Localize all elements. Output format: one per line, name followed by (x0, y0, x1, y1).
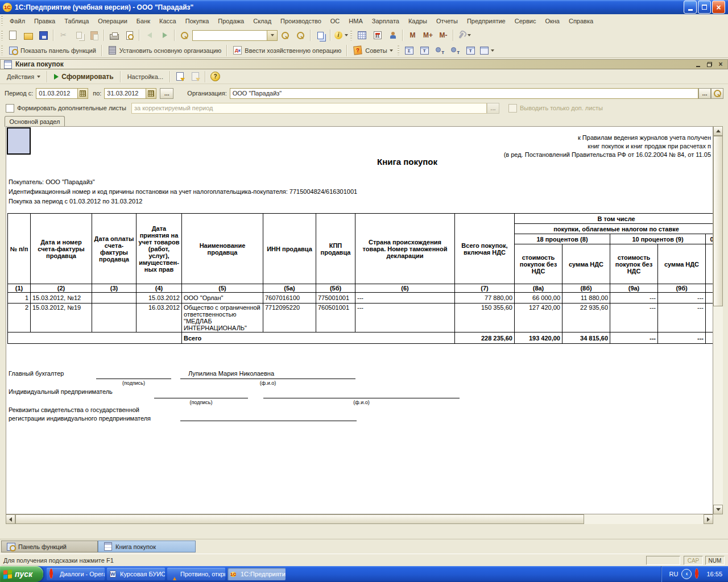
language-bar-chevron-icon[interactable]: ‹ (681, 569, 692, 579)
vertical-scroll-thumb[interactable] (713, 136, 723, 306)
calendar-button[interactable]: 31 (370, 29, 385, 42)
menubar-grip[interactable] (1, 16, 3, 26)
memory-minus-button[interactable]: M- (436, 29, 451, 42)
back-button[interactable] (142, 29, 157, 42)
load-settings-button[interactable] (172, 70, 188, 83)
horizontal-scrollbar[interactable] (6, 514, 713, 524)
scroll-down-button[interactable] (713, 505, 723, 514)
set-main-org-button[interactable]: Установить основную организацию (104, 44, 225, 57)
window-tab-purchase-book[interactable]: Книга покупок (98, 541, 196, 552)
cut-button[interactable]: ✂ (56, 29, 71, 42)
memory-button[interactable]: M (405, 29, 420, 42)
organization-open-button[interactable] (711, 88, 723, 99)
search-dropdown-button[interactable] (267, 31, 277, 40)
menu-table[interactable]: Таблица (60, 15, 93, 27)
period-from-calendar-button[interactable] (77, 89, 88, 98)
menu-windows[interactable]: Окна (540, 15, 564, 27)
menu-service[interactable]: Сервис (510, 15, 541, 27)
scroll-up-button[interactable] (713, 126, 723, 136)
menu-salary[interactable]: Зарплата (367, 15, 404, 27)
corr-period-choose-button[interactable]: ... (487, 103, 499, 114)
window-tab-function-panel[interactable]: Панель функций (1, 541, 98, 552)
menu-help[interactable]: Справка (564, 15, 598, 27)
menu-nma[interactable]: НМА (344, 15, 367, 27)
find-prev-button[interactable] (293, 29, 308, 42)
menu-bank[interactable]: Банк (132, 15, 155, 27)
move-columns-button[interactable] (478, 44, 495, 57)
table-row[interactable]: 1 15.03.2012, №12 15.03.2012 ООО "Орлан"… (8, 293, 714, 304)
corr-period-field[interactable]: за корректируемый период (131, 103, 487, 114)
period-to-field[interactable]: 31.03.2012 (104, 88, 156, 99)
find-next-button[interactable] (278, 29, 293, 42)
new-document-button[interactable] (5, 29, 20, 42)
calculator-button[interactable] (354, 29, 370, 42)
search-input[interactable] (192, 30, 278, 41)
table-sum-button[interactable]: Σ (402, 44, 417, 57)
mdi-minimize-button[interactable] (693, 60, 702, 68)
doc-format-button[interactable]: T (463, 44, 478, 57)
print-preview-button[interactable] (122, 29, 137, 42)
copy-button[interactable] (71, 29, 86, 42)
toolbar-grip[interactable] (398, 45, 399, 55)
print-button[interactable] (106, 29, 122, 42)
organization-field[interactable]: ООО "Парадайз" (230, 88, 698, 99)
paste-button[interactable] (86, 29, 102, 42)
only-extra-checkbox[interactable] (508, 104, 517, 113)
opera-tray-icon[interactable] (695, 570, 703, 578)
show-function-panel-button[interactable]: Показать панель функций (5, 44, 100, 57)
save-button[interactable] (36, 29, 51, 42)
menu-warehouse[interactable]: Склад (249, 15, 276, 27)
tab-main-section[interactable]: Основной раздел (5, 116, 65, 127)
users-button[interactable] (385, 29, 400, 42)
extra-sheets-checkbox[interactable] (6, 104, 14, 113)
settings-button[interactable]: Настройка... (123, 70, 168, 83)
taskbar-item-opera[interactable]: Диалоги - Opera (47, 568, 105, 580)
menu-operations[interactable]: Операции (93, 15, 131, 27)
toolbar-grip[interactable] (1, 45, 3, 55)
person-list-button[interactable] (448, 44, 463, 57)
person-format-button[interactable] (432, 44, 448, 57)
table-row[interactable]: 2 15.03.2012, №19 16.03.2012 Общество с … (8, 304, 714, 332)
menu-sale[interactable]: Продажа (213, 15, 249, 27)
service-info-button[interactable]: i (333, 29, 349, 42)
menu-os[interactable]: ОС (326, 15, 345, 27)
tools-button[interactable] (456, 29, 472, 42)
mdi-restore-button[interactable] (705, 60, 714, 68)
generate-button[interactable]: Сформировать (49, 70, 118, 83)
horizontal-scroll-thumb[interactable] (15, 514, 584, 524)
menu-purchase[interactable]: Покупка (181, 15, 214, 27)
menu-edit[interactable]: Правка (30, 15, 60, 27)
windows-list-button[interactable] (313, 29, 328, 42)
taskbar-item-word[interactable]: W Курсовая БУИС -Луп... (107, 568, 165, 580)
taskbar-item-vlc[interactable]: Протвино, открыты... (167, 568, 225, 580)
menu-enterprise[interactable]: Предприятие (462, 15, 510, 27)
open-button[interactable] (20, 29, 36, 42)
toolbar-grip[interactable] (1, 31, 3, 40)
tips-button[interactable]: ? Советы (349, 44, 396, 57)
restore-button[interactable] (698, 1, 711, 14)
mdi-close-button[interactable]: × (716, 60, 725, 68)
forward-button[interactable] (157, 29, 172, 42)
scroll-left-button[interactable] (6, 514, 15, 524)
menu-cash[interactable]: Касса (155, 15, 181, 27)
scroll-right-button[interactable] (704, 514, 713, 524)
actions-menu-button[interactable]: Действия (2, 70, 45, 83)
save-settings-button[interactable] (188, 70, 203, 83)
menu-file[interactable]: Файл (5, 15, 30, 27)
period-to-calendar-button[interactable] (146, 89, 156, 98)
language-indicator[interactable]: RU (669, 571, 679, 577)
organization-choose-button[interactable]: ... (698, 88, 711, 99)
cell-cursor[interactable] (7, 127, 31, 155)
toolbar-grip[interactable] (350, 31, 352, 40)
menu-production[interactable]: Производство (276, 15, 326, 27)
period-from-field[interactable]: 01.03.2012 (36, 88, 88, 99)
menu-reports[interactable]: Отчеты (432, 15, 462, 27)
search-button[interactable] (177, 29, 192, 42)
minimize-button[interactable] (684, 1, 697, 14)
memory-plus-button[interactable]: M+ (420, 29, 436, 42)
taskbar-item-1c[interactable]: 1С 1С:Предприятие (уч... (228, 568, 286, 580)
close-button[interactable]: × (712, 1, 725, 14)
spreadsheet-area[interactable]: к Правилам ведения журналов учета получе… (6, 126, 713, 514)
start-button[interactable]: пуск (0, 566, 43, 582)
help-button[interactable]: ? (208, 70, 223, 83)
